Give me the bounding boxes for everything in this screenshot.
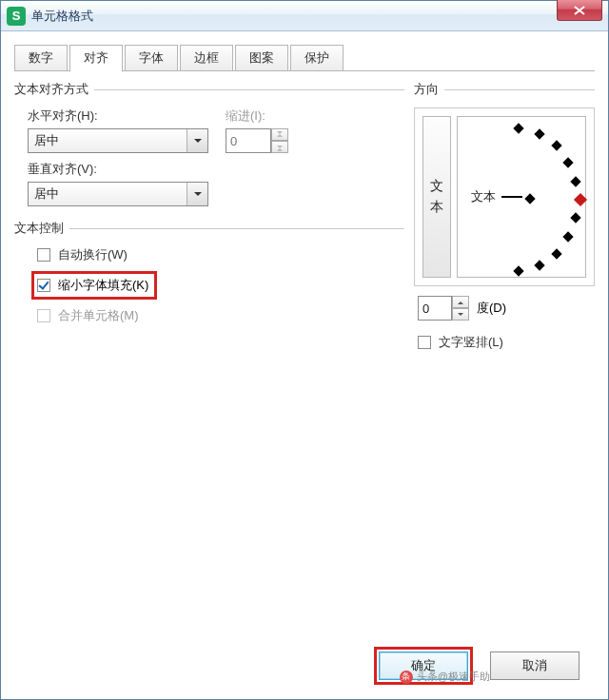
diamond-icon	[534, 128, 544, 139]
v-align-combo[interactable]: 居中	[28, 182, 208, 206]
dial-line	[501, 196, 522, 198]
diamond-icon	[551, 248, 561, 259]
degree-row: 0 度(D)	[414, 296, 595, 321]
diamond-center-icon	[524, 193, 535, 204]
chevron-down-icon[interactable]	[187, 129, 207, 152]
footer: 确定 取消 条 头条@极速手助	[14, 642, 595, 690]
vertical-checkbox[interactable]	[418, 336, 431, 349]
chevron-down-icon[interactable]	[187, 183, 207, 205]
shrink-label: 缩小字体填充(K)	[58, 277, 148, 294]
vertical-text-button[interactable]: 文 本	[422, 116, 451, 278]
tab-border[interactable]: 边框	[180, 45, 233, 70]
cancel-button[interactable]: 取消	[490, 651, 580, 680]
divider	[69, 228, 404, 229]
alignment-title: 文本对齐方式	[14, 81, 88, 98]
indent-up	[271, 128, 288, 141]
tab-number[interactable]: 数字	[14, 45, 68, 70]
indent-spinner: 0	[226, 128, 288, 153]
watermark-icon: 条	[400, 671, 413, 684]
degree-label: 度(D)	[477, 300, 506, 317]
shrink-checkbox[interactable]	[37, 279, 50, 292]
wrap-checkbox[interactable]	[37, 248, 50, 262]
direction-title: 方向	[414, 81, 439, 98]
direction-box: 文 本 文本	[414, 107, 595, 286]
diamond-icon	[513, 265, 523, 276]
watermark-text: 头条@极速手助	[417, 670, 490, 684]
degree-spinner[interactable]: 0	[418, 296, 469, 321]
tab-pattern[interactable]: 图案	[235, 45, 288, 70]
diamond-icon	[551, 140, 561, 150]
h-align-combo[interactable]: 居中	[28, 128, 208, 153]
diamond-icon	[570, 176, 580, 186]
indent-down	[271, 141, 288, 153]
alignment-group: 文本对齐方式 水平对齐(H): 居中 缩进(I):	[14, 81, 404, 206]
v-align-value: 居中	[34, 185, 59, 203]
vbtn-char1: 文	[430, 178, 443, 195]
divider	[444, 89, 595, 90]
client-area: 数字 对齐 字体 边框 图案 保护 文本对齐方式 水平对齐(H):	[1, 31, 608, 699]
diamond-selected-icon	[574, 193, 587, 206]
dial-label: 文本	[471, 188, 496, 205]
v-align-label: 垂直对齐(V):	[28, 161, 208, 178]
left-column: 文本对齐方式 水平对齐(H): 居中 缩进(I):	[14, 81, 414, 642]
close-icon	[574, 6, 585, 15]
degree-value[interactable]: 0	[418, 296, 452, 321]
wrap-row[interactable]: 自动换行(W)	[14, 246, 404, 263]
merge-label: 合并单元格(M)	[58, 307, 139, 324]
vertical-cb-label: 文字竖排(L)	[439, 334, 503, 351]
wrap-label: 自动换行(W)	[58, 246, 128, 263]
tab-protect[interactable]: 保护	[290, 45, 344, 70]
tab-font[interactable]: 字体	[125, 45, 178, 70]
degree-down[interactable]	[452, 308, 469, 321]
tab-alignment[interactable]: 对齐	[69, 45, 123, 72]
app-icon: S	[7, 7, 26, 26]
titlebar[interactable]: S 单元格格式	[1, 1, 608, 31]
shrink-highlight: 缩小字体填充(K)	[31, 271, 157, 300]
indent-value: 0	[226, 128, 271, 153]
diamond-icon	[562, 231, 573, 242]
vertical-cb-row[interactable]: 文字竖排(L)	[414, 334, 595, 351]
h-align-label: 水平对齐(H):	[28, 107, 208, 125]
indent-label: 缩进(I):	[226, 107, 288, 125]
text-control-group: 文本控制 自动换行(W) 缩小字体填充(K)	[14, 220, 404, 324]
diamond-icon	[534, 260, 544, 270]
close-button[interactable]	[557, 0, 602, 21]
orientation-dial[interactable]: 文本	[457, 116, 586, 278]
h-align-value: 居中	[34, 132, 59, 149]
direction-group: 方向 文 本 文本	[414, 81, 595, 351]
merge-row: 合并单元格(M)	[14, 307, 404, 324]
divider	[94, 89, 404, 90]
control-title: 文本控制	[14, 220, 64, 237]
diamond-icon	[570, 212, 580, 223]
diamond-icon	[562, 157, 573, 167]
dialog-window: S 单元格格式 数字 对齐 字体 边框 图案 保护 文本对齐方式	[0, 0, 609, 700]
degree-up[interactable]	[452, 296, 469, 308]
tab-bar: 数字 对齐 字体 边框 图案 保护	[14, 45, 595, 71]
window-title: 单元格格式	[31, 8, 93, 25]
diamond-icon	[513, 123, 523, 133]
watermark: 条 头条@极速手助	[400, 670, 490, 684]
merge-checkbox	[37, 309, 50, 322]
vbtn-char2: 本	[430, 199, 443, 216]
content-row: 文本对齐方式 水平对齐(H): 居中 缩进(I):	[14, 71, 595, 642]
right-column: 方向 文 本 文本	[414, 81, 595, 642]
